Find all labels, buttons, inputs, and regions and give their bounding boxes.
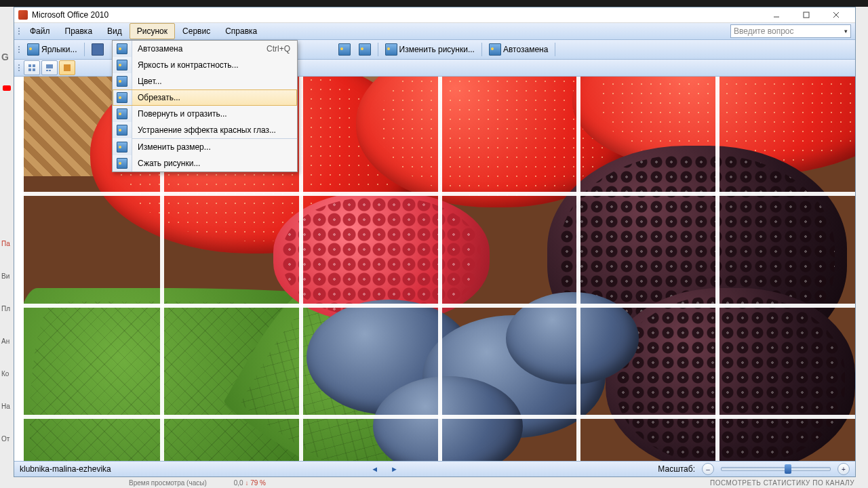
svg-rect-10 — [49, 70, 51, 71]
app-icon — [18, 10, 28, 20]
menu-item-label: Цвет... — [138, 77, 290, 86]
menu-item-redeye-icon[interactable]: Устранение эффекта красных глаз... — [113, 122, 297, 138]
compress-icon — [117, 158, 127, 169]
svg-rect-6 — [28, 68, 31, 71]
redeye-icon — [117, 125, 127, 136]
resize-icon — [117, 142, 127, 152]
zoom-in-button[interactable]: + — [837, 463, 850, 475]
menu-edit[interactable]: Правка — [58, 23, 100, 39]
color-icon — [117, 76, 127, 87]
shortcuts-icon — [27, 43, 39, 56]
menu-item-resize-icon[interactable]: Изменить размер... — [113, 139, 297, 155]
window-title: Microsoft Office 2010 — [32, 10, 108, 20]
view-thumbs-button[interactable] — [24, 60, 40, 75]
rotate-icon — [117, 108, 127, 119]
zoom-slider[interactable] — [721, 467, 831, 471]
picture-menu-dropdown: АвтозаменаCtrl+QЯркость и контрастность.… — [112, 40, 298, 172]
filename-label: klubnika-malina-ezhevika — [20, 464, 111, 474]
menu-item-label: Автозамена — [138, 44, 267, 54]
autocorrect-icon — [117, 43, 127, 54]
minimize-button[interactable] — [762, 7, 791, 22]
toolbar-grip[interactable] — [17, 23, 21, 39]
rotate-left-icon — [338, 43, 351, 56]
view-single-button[interactable] — [59, 60, 75, 75]
chevron-down-icon: ▾ — [844, 28, 848, 35]
toolbar-grip[interactable] — [17, 46, 21, 53]
rotate-left-button[interactable] — [335, 41, 354, 58]
zoom-thumb[interactable] — [785, 464, 791, 474]
svg-rect-4 — [28, 64, 31, 67]
menu-view[interactable]: Вид — [100, 23, 130, 39]
menu-item-shortcut: Ctrl+Q — [267, 44, 290, 54]
menu-item-label: Яркость и контрастность... — [138, 60, 290, 70]
view-filmstrip-button[interactable] — [41, 60, 58, 75]
prev-image-button[interactable]: ◄ — [368, 465, 381, 473]
maximize-button[interactable] — [791, 7, 821, 22]
svg-rect-8 — [46, 64, 53, 68]
rotate-right-icon — [359, 43, 371, 56]
youtube-icon — [3, 85, 11, 91]
save-icon — [92, 43, 104, 56]
svg-rect-7 — [33, 68, 35, 71]
svg-rect-1 — [804, 12, 809, 18]
background-left-strip: G Па Ви Пл Ан Ко На От — [0, 7, 14, 477]
autocorrect-button[interactable]: Автозамена — [486, 41, 551, 58]
os-taskbar — [0, 0, 868, 7]
menu-item-crop-icon[interactable]: Обрезать... — [113, 89, 297, 106]
crop-icon — [117, 92, 127, 103]
svg-rect-9 — [46, 70, 48, 71]
menu-item-brightness-icon[interactable]: Яркость и контрастность... — [113, 57, 297, 73]
menu-item-compress-icon[interactable]: Сжать рисунки... — [113, 155, 297, 171]
autocorrect-icon — [489, 43, 501, 56]
toolbar-grip[interactable] — [17, 64, 21, 71]
save-button[interactable] — [88, 41, 107, 58]
resize-pictures-button[interactable]: Изменить рисунки... — [382, 41, 478, 58]
help-question-input[interactable]: Введите вопрос ▾ — [730, 24, 851, 38]
svg-rect-5 — [33, 64, 35, 67]
statusbar: klubnika-malina-ezhevika ◄ ► Масштаб: – … — [14, 461, 855, 476]
close-button[interactable] — [821, 7, 851, 22]
rotate-right-button[interactable] — [355, 41, 374, 58]
shortcuts-button[interactable]: Ярлыки... — [24, 41, 81, 58]
menu-picture[interactable]: Рисунок — [130, 23, 175, 39]
background-right-strip — [856, 7, 868, 477]
menu-item-label: Повернуть и отразить... — [138, 109, 290, 119]
brightness-icon — [117, 60, 127, 70]
menu-item-color-icon[interactable]: Цвет... — [113, 73, 297, 89]
menu-item-label: Сжать рисунки... — [138, 159, 290, 168]
titlebar[interactable]: Microsoft Office 2010 — [14, 7, 855, 23]
menu-item-rotate-icon[interactable]: Повернуть и отразить... — [113, 106, 297, 122]
menubar: Файл Правка Вид Рисунок Сервис Справка В… — [14, 23, 855, 40]
menu-help[interactable]: Справка — [218, 23, 264, 39]
menu-file[interactable]: Файл — [22, 23, 58, 39]
menu-item-label: Обрезать... — [138, 93, 290, 102]
menu-tools[interactable]: Сервис — [175, 23, 218, 39]
next-image-button[interactable]: ► — [388, 465, 401, 473]
menu-item-label: Изменить размер... — [138, 142, 290, 152]
svg-rect-11 — [64, 64, 71, 71]
menu-item-autocorrect-icon[interactable]: АвтозаменаCtrl+Q — [113, 41, 297, 57]
zoom-out-button[interactable]: – — [702, 463, 714, 475]
resize-icon — [385, 43, 397, 56]
background-bottom-strip: Время просмотра (часы) 0,0 ↓ 79 % ПОСМОТ… — [0, 477, 868, 488]
zoom-label: Масштаб: — [658, 464, 695, 474]
menu-item-label: Устранение эффекта красных глаз... — [138, 125, 290, 135]
